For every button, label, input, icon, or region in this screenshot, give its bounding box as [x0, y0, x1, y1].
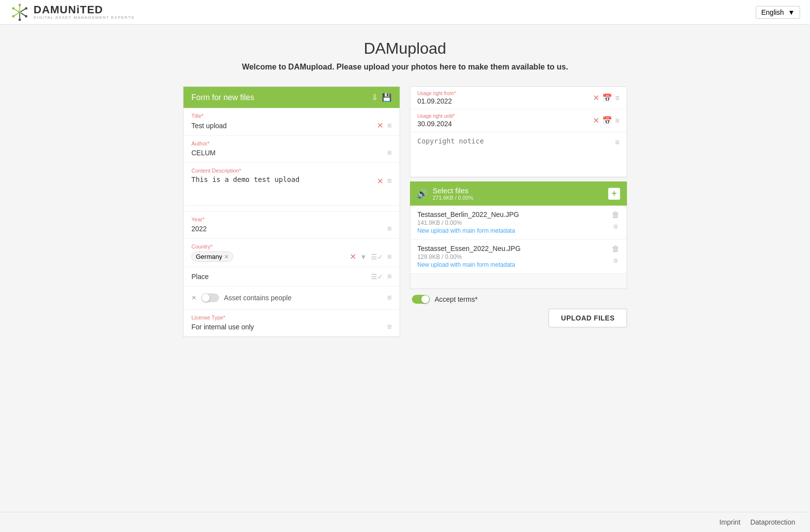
- license-field: License Type* For internal use only ≡: [184, 310, 400, 337]
- accept-terms-toggle[interactable]: [412, 295, 430, 304]
- select-files-header: 🔊 Select files 271.6KB / 0.00% +: [410, 181, 627, 206]
- author-select[interactable]: CELUM: [191, 149, 383, 157]
- license-list-icon[interactable]: ≡: [387, 322, 392, 331]
- logo-tagline: DIGITAL ASSET MANAGEMENT EXPERTS: [34, 16, 135, 20]
- file-1-delete-icon[interactable]: 🗑: [612, 211, 620, 219]
- file-1-name: Testasset_Berlin_2022_Neu.JPG: [417, 211, 612, 218]
- imprint-link[interactable]: Imprint: [719, 518, 740, 526]
- chevron-down-icon: ▼: [788, 8, 795, 16]
- right-panel: Usage right from* 01.09.2022 ✕ 📅 ≡ Usage…: [410, 86, 627, 337]
- select-files-left: 🔊 Select files 271.6KB / 0.00%: [417, 186, 474, 201]
- form-container: Form for new files ⇩ 💾 Title* ✕ ≡ Author…: [183, 86, 627, 337]
- svg-point-12: [25, 7, 28, 9]
- toggle-x-icon[interactable]: ✕: [191, 294, 196, 301]
- file-2-name: Testasset_Essen_2022_Neu.JPG: [417, 245, 612, 252]
- content-desc-clear-icon[interactable]: ✕: [377, 177, 383, 186]
- file-2-icons: 🗑 ≡: [612, 245, 620, 265]
- country-chevron-icon[interactable]: ▼: [360, 253, 367, 261]
- logo-brand: DAMUNiTED: [34, 4, 135, 16]
- upload-files-button[interactable]: UPLOAD FILES: [549, 309, 627, 327]
- content-desc-list-icon[interactable]: ≡: [387, 177, 392, 185]
- license-label: License Type*: [191, 315, 392, 320]
- content-desc-field: Content Description* This is a demo test…: [184, 163, 400, 206]
- usage-until-list-icon[interactable]: ≡: [615, 116, 620, 125]
- file-1-link[interactable]: New upload with main form metadata: [417, 227, 612, 234]
- title-field: Title* ✕ ≡: [184, 108, 400, 136]
- file-2-link[interactable]: New upload with main form metadata: [417, 261, 612, 268]
- file-1-list-icon[interactable]: ≡: [613, 222, 618, 231]
- left-panel: Form for new files ⇩ 💾 Title* ✕ ≡ Author…: [183, 86, 400, 337]
- file-2-size: 129.8KB / 0.00%: [417, 253, 612, 260]
- asset-people-label: Asset contains people: [224, 294, 292, 302]
- license-select[interactable]: For internal use only: [191, 323, 383, 331]
- country-clear-icon[interactable]: ✕: [350, 252, 356, 261]
- year-list-icon[interactable]: ≡: [387, 224, 392, 233]
- logo-area: DAMUNiTED DIGITAL ASSET MANAGEMENT EXPER…: [10, 2, 135, 22]
- usage-until-clear-icon[interactable]: ✕: [593, 116, 599, 125]
- country-list-icon[interactable]: ☰✓: [371, 253, 383, 261]
- usage-from-value: 01.09.2022: [417, 97, 593, 105]
- title-list-icon[interactable]: ≡: [387, 121, 392, 130]
- usage-until-label: Usage right until*: [417, 113, 593, 119]
- svg-point-9: [12, 7, 15, 9]
- asset-people-list-icon[interactable]: ≡: [387, 293, 392, 302]
- logo-text: DAMUNiTED DIGITAL ASSET MANAGEMENT EXPER…: [34, 4, 135, 20]
- logo-icon: [10, 2, 30, 22]
- upload-btn-row: UPLOAD FILES: [410, 304, 627, 327]
- file-item: Testasset_Essen_2022_Neu.JPG 129.8KB / 0…: [410, 240, 626, 274]
- usage-until-field: Usage right until* 30.09.2024 ✕ 📅 ≡: [410, 109, 626, 132]
- author-label: Author*: [191, 141, 392, 146]
- form-header-title: Form for new files: [191, 93, 254, 102]
- language-label: English: [761, 8, 784, 16]
- file-2-delete-icon[interactable]: 🗑: [612, 245, 620, 253]
- svg-point-7: [19, 3, 21, 6]
- usage-until-icons: ✕ 📅 ≡: [593, 116, 620, 125]
- usage-from-field: Usage right from* 01.09.2022 ✕ 📅 ≡: [410, 87, 626, 109]
- copyright-field: ≡: [410, 132, 626, 177]
- svg-point-8: [19, 18, 21, 21]
- asset-people-toggle[interactable]: [201, 293, 219, 302]
- usage-until-calendar-icon[interactable]: 📅: [602, 116, 612, 125]
- country-label: Country*: [191, 244, 392, 249]
- usage-from-clear-icon[interactable]: ✕: [593, 93, 599, 103]
- language-selector[interactable]: English ▼: [756, 6, 800, 19]
- select-files-title: Select files: [433, 186, 474, 195]
- place-list-icon[interactable]: ≡: [387, 272, 392, 281]
- place-select[interactable]: Place: [191, 273, 367, 281]
- place-field: Place ☰✓ ≡: [184, 267, 400, 286]
- copyright-input[interactable]: [417, 137, 615, 172]
- year-field: Year* 2022 ≡: [184, 212, 400, 239]
- author-field: Author* CELUM ≡: [184, 136, 400, 163]
- accept-terms-label: Accept terms*: [435, 295, 478, 303]
- save-icon[interactable]: 💾: [382, 93, 392, 102]
- toggle-left: ✕ Asset contains people: [191, 293, 292, 302]
- country-remove-icon[interactable]: ✕: [224, 253, 229, 260]
- page-title: DAMupload: [364, 39, 446, 58]
- file-2-list-icon[interactable]: ≡: [613, 256, 618, 265]
- usage-from-label: Usage right from*: [417, 91, 593, 96]
- asset-people-row: ✕ Asset contains people ≡: [184, 286, 400, 310]
- form-header: Form for new files ⇩ 💾: [184, 87, 400, 108]
- title-clear-icon[interactable]: ✕: [377, 121, 383, 130]
- svg-point-10: [25, 15, 28, 17]
- footer: Imprint Dataprotection: [0, 512, 810, 532]
- dataprotection-link[interactable]: Dataprotection: [750, 518, 795, 526]
- file-1-icons: 🗑 ≡: [612, 211, 620, 231]
- content-desc-input[interactable]: This is a demo test upload: [191, 176, 373, 200]
- country-options-icon[interactable]: ≡: [387, 252, 392, 261]
- title-label: Title*: [191, 113, 392, 119]
- title-input[interactable]: [191, 122, 373, 130]
- add-file-button[interactable]: +: [608, 188, 620, 200]
- place-list-check-icon[interactable]: ☰✓: [371, 273, 383, 281]
- page-subtitle: Welcome to DAMupload. Please upload your…: [242, 63, 568, 71]
- main-content: DAMupload Welcome to DAMupload. Please u…: [0, 25, 810, 512]
- usage-from-calendar-icon[interactable]: 📅: [602, 93, 612, 103]
- file-1-info: Testasset_Berlin_2022_Neu.JPG 141.9KB / …: [417, 211, 612, 234]
- svg-point-0: [18, 11, 21, 14]
- year-select[interactable]: 2022: [191, 225, 383, 233]
- country-field: Country* Germany ✕ ✕ ▼ ☰✓ ≡: [184, 239, 400, 267]
- download-icon[interactable]: ⇩: [371, 93, 378, 102]
- copyright-list-icon[interactable]: ≡: [615, 138, 620, 147]
- author-list-icon[interactable]: ≡: [387, 148, 392, 157]
- usage-from-list-icon[interactable]: ≡: [615, 94, 620, 103]
